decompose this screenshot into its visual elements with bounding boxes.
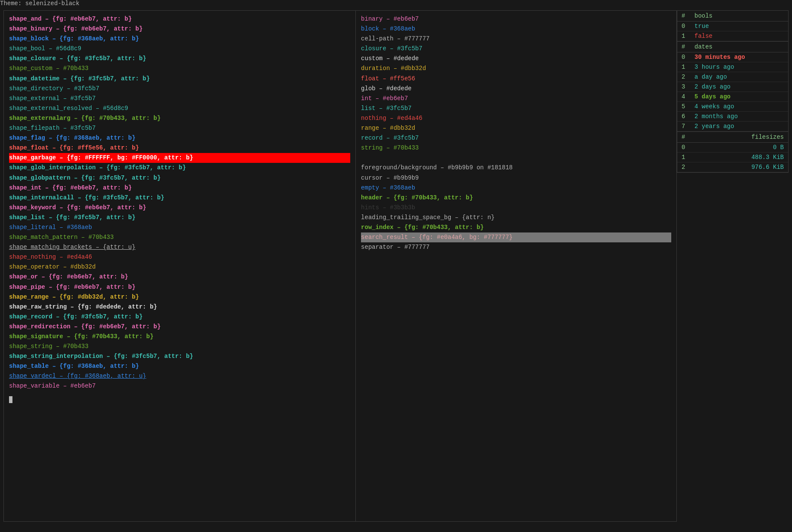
type-line: range – #dbb32d bbox=[361, 123, 671, 133]
types-bottom-list: foreground/background – #b9b9b9 on #1818… bbox=[361, 163, 671, 252]
dates-hash-header: # bbox=[677, 42, 690, 52]
row-index: 0 bbox=[677, 143, 690, 153]
shape-line: shape_custom – #70b433 bbox=[9, 64, 350, 73]
type-line: duration – #dbb32d bbox=[361, 64, 671, 73]
row-value: 976.6 KiB bbox=[690, 162, 788, 172]
shape-line: shape_float – {fg: #ff5e56, attr: b} bbox=[9, 143, 350, 153]
shape-line: shape_list – {fg: #3fc5b7, attr: b} bbox=[9, 213, 350, 223]
shapes-column: shape_and – {fg: #eb6eb7, attr: b}shape_… bbox=[3, 10, 355, 522]
shape-line: shape_block – {fg: #368aeb, attr: b} bbox=[9, 34, 350, 44]
row-index: 0 bbox=[677, 52, 690, 62]
type-line: binary – #eb6eb7 bbox=[361, 14, 671, 24]
shape-line: shape_garbage – {fg: #FFFFFF, bg: #FF000… bbox=[9, 153, 350, 163]
shape-line: shape_binary – {fg: #eb6eb7, attr: b} bbox=[9, 24, 350, 34]
shape-line: shape_literal – #368aeb bbox=[9, 223, 350, 232]
shape-line: shape_closure – {fg: #3fc5b7, attr: b} bbox=[9, 54, 350, 64]
filesizes-hash-header: # bbox=[677, 132, 690, 143]
shape-line: shape_externalarg – {fg: #70b433, attr: … bbox=[9, 113, 350, 123]
type-line: closure – #3fc5b7 bbox=[361, 44, 671, 54]
row-index: 7 bbox=[677, 122, 690, 131]
ui-line: foreground/background – #b9b9b9 on #1818… bbox=[361, 163, 671, 173]
shape-line: shape_flag – {fg: #368aeb, attr: b} bbox=[9, 133, 350, 143]
shape-line: shape_record – {fg: #3fc5b7, attr: b} bbox=[9, 312, 350, 322]
shape-line: shape_datetime – {fg: #3fc5b7, attr: b} bbox=[9, 74, 350, 84]
types-column: binary – #eb6eb7block – #368aebcell-path… bbox=[355, 10, 677, 522]
table-row: 7 2 years ago bbox=[677, 122, 788, 131]
row-value: 2 days ago bbox=[690, 82, 788, 92]
row-value: 0 B bbox=[690, 143, 788, 153]
dates-col-header: dates bbox=[690, 42, 788, 52]
shape-line: shape_string_interpolation – {fg: #3fc5b… bbox=[9, 352, 350, 361]
table-row: 2 a day ago bbox=[677, 72, 788, 82]
shape-line: shape_glob_interpolation – {fg: #3fc5b7,… bbox=[9, 163, 350, 173]
shape-line: shape_keyword – {fg: #eb6eb7, attr: b} bbox=[9, 203, 350, 213]
table-row: 1 false bbox=[677, 31, 788, 41]
row-value: 2 months ago bbox=[690, 112, 788, 122]
shape-line: shape_range – {fg: #dbb32d, attr: b} bbox=[9, 292, 350, 302]
type-line: record – #3fc5b7 bbox=[361, 133, 671, 143]
row-index: 2 bbox=[677, 162, 690, 172]
shape-line: shape_match_pattern – #70b433 bbox=[9, 232, 350, 242]
type-line: float – #ff5e56 bbox=[361, 74, 671, 84]
shape-line: shape_external_resolved – #56d8c9 bbox=[9, 104, 350, 113]
right-panel: # bools 0 true 1 false # dates bbox=[677, 10, 789, 522]
table-row: 4 5 days ago bbox=[677, 92, 788, 102]
row-value: 3 hours ago bbox=[690, 62, 788, 72]
shape-line: shape_nothing – #ed4a46 bbox=[9, 252, 350, 262]
shape-line: shape_int – {fg: #eb6eb7, attr: b} bbox=[9, 183, 350, 193]
shape-line: shape_variable – #eb6eb7 bbox=[9, 381, 350, 391]
type-line: string – #70b433 bbox=[361, 143, 671, 153]
row-value: 5 days ago bbox=[690, 92, 788, 102]
row-index: 1 bbox=[677, 62, 690, 72]
row-index: 1 bbox=[677, 31, 690, 41]
row-value: 30 minutes ago bbox=[690, 52, 788, 62]
row-value: 2 years ago bbox=[690, 122, 788, 131]
ui-line: separator – #777777 bbox=[361, 242, 671, 252]
filesizes-col-header: filesizes bbox=[690, 132, 788, 143]
row-index: 0 bbox=[677, 21, 690, 31]
row-value: a day ago bbox=[690, 72, 788, 82]
shapes-list: shape_and – {fg: #eb6eb7, attr: b}shape_… bbox=[9, 14, 350, 391]
table-row: 1 3 hours ago bbox=[677, 62, 788, 72]
table-row: 0 0 B bbox=[677, 143, 788, 153]
type-line: glob – #dedede bbox=[361, 84, 671, 94]
theme-bar-container bbox=[0, 525, 792, 529]
shape-line: shape_redirection – {fg: #eb6eb7, attr: … bbox=[9, 322, 350, 332]
table-row: 2 976.6 KiB bbox=[677, 162, 788, 172]
shape-line: shape_operator – #dbb32d bbox=[9, 262, 350, 272]
shape-line: shape_pipe – {fg: #eb6eb7, attr: b} bbox=[9, 282, 350, 292]
shape-line: shape_internalcall – {fg: #3fc5b7, attr:… bbox=[9, 193, 350, 203]
table-row: 6 2 months ago bbox=[677, 112, 788, 122]
row-index: 1 bbox=[677, 153, 690, 162]
row-index: 5 bbox=[677, 102, 690, 112]
row-index: 3 bbox=[677, 82, 690, 92]
types-top-list: binary – #eb6eb7block – #368aebcell-path… bbox=[361, 14, 671, 153]
shape-line: shape_or – {fg: #eb6eb7, attr: b} bbox=[9, 272, 350, 282]
terminal-cursor bbox=[9, 395, 350, 405]
type-line: block – #368aeb bbox=[361, 24, 671, 34]
shape-line: shape_globpattern – {fg: #3fc5b7, attr: … bbox=[9, 173, 350, 183]
shape-line: shape_table – {fg: #368aeb, attr: b} bbox=[9, 361, 350, 371]
shape-line: shape_directory – #3fc5b7 bbox=[9, 84, 350, 94]
row-index: 4 bbox=[677, 92, 690, 102]
bools-col-header: bools bbox=[690, 11, 788, 21]
shape-line: shape_signature – {fg: #70b433, attr: b} bbox=[9, 332, 350, 342]
type-line: cell-path – #777777 bbox=[361, 34, 671, 44]
shape-line: shape_matching_brackets – {attr: u} bbox=[9, 242, 350, 252]
ui-line: empty – #368aeb bbox=[361, 183, 671, 193]
theme-bar: Theme: selenized-black bbox=[0, 0, 792, 7]
shape-line: shape_filepath – #3fc5b7 bbox=[9, 123, 350, 133]
type-line: nothing – #ed4a46 bbox=[361, 113, 671, 123]
type-line: custom – #dedede bbox=[361, 54, 671, 64]
row-index: 2 bbox=[677, 72, 690, 82]
bools-table: # bools 0 true 1 false bbox=[677, 10, 789, 41]
theme-label: Theme: selenized-black bbox=[0, 0, 80, 7]
filesizes-table: # filesizes 0 0 B 1 488.3 KiB 2 976.6 Ki… bbox=[677, 131, 789, 173]
ui-line: cursor – #b9b9b9 bbox=[361, 173, 671, 183]
bools-hash-header: # bbox=[677, 11, 690, 21]
table-row: 3 2 days ago bbox=[677, 82, 788, 92]
table-row: 0 true bbox=[677, 21, 788, 31]
ui-line: hints – #3b3b3b bbox=[361, 203, 671, 213]
ui-line: leading_trailing_space_bg – {attr: n} bbox=[361, 213, 671, 223]
shape-line: shape_bool – #56d8c9 bbox=[9, 44, 350, 54]
